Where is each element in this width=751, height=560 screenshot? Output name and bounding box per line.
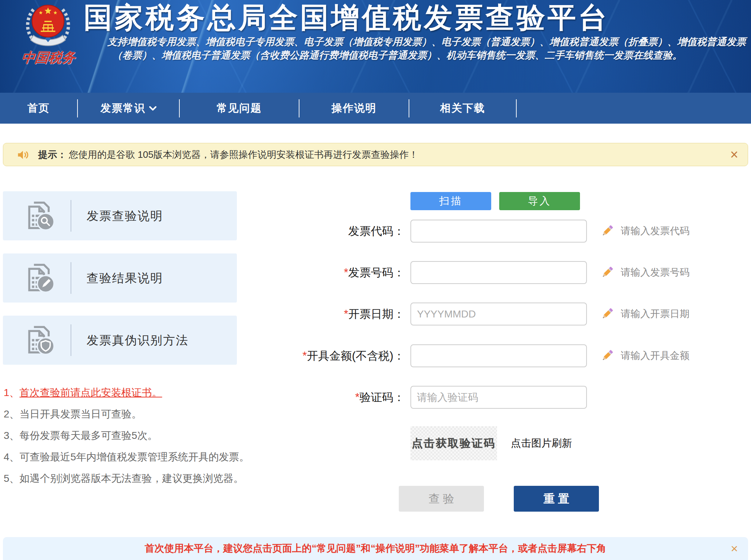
- field-label-text: 开具金额(不含税)：: [307, 349, 405, 362]
- nav-label: 发票常识: [100, 101, 146, 116]
- close-icon[interactable]: ×: [730, 143, 738, 166]
- note-number: 4、: [4, 451, 20, 463]
- note-item: 4、可查验最近5年内增值税发票管理系统开具的发票。: [4, 446, 249, 468]
- form-row-captcha: *验证码：: [0, 386, 751, 409]
- pencil-icon: [600, 307, 614, 321]
- footer-notice-text: 首次使用本平台，建议您点击页面上的“常见问题”和“操作说明”功能菜单了解本平台，…: [145, 543, 607, 554]
- nav-item-downloads[interactable]: 相关下载: [409, 93, 516, 124]
- form-row-invoice-date: *开票日期： 请输入开票日期: [0, 303, 751, 325]
- amount-input[interactable]: [410, 344, 587, 367]
- page-title: 国家税务总局全国增值税发票查验平台: [84, 1, 609, 34]
- nav-label: 首页: [27, 101, 50, 116]
- field-label: *开票日期：: [196, 303, 405, 325]
- form-row-invoice-code: 发票代码： 请输入发票代码: [0, 220, 751, 243]
- nav-separator: [516, 99, 517, 117]
- nav-item-invoice-knowledge[interactable]: 发票常识: [78, 93, 179, 124]
- required-asterisk: *: [344, 266, 348, 279]
- nav-item-home[interactable]: 首页: [0, 93, 77, 124]
- speaker-icon: [16, 148, 29, 161]
- form-row-amount: *开具金额(不含税)： 请输入开具金额: [0, 344, 751, 367]
- required-asterisk: *: [355, 391, 359, 404]
- nav-item-instructions[interactable]: 操作说明: [299, 93, 409, 124]
- field-label: *验证码：: [196, 386, 405, 409]
- pencil-icon: [600, 265, 614, 279]
- field-label-text: 开票日期：: [348, 308, 405, 320]
- field-label-text: 验证码：: [359, 391, 405, 404]
- subtitle-line-2: （卷票）、增值税电子普通发票（含收费公路通行费增值税电子普通发票）、机动车销售统…: [112, 49, 746, 62]
- tax-emblem-logo: [23, 1, 73, 49]
- scan-button[interactable]: 扫描: [410, 192, 491, 210]
- required-asterisk: *: [302, 349, 307, 362]
- logo-caption: 中国税务: [15, 49, 82, 67]
- form-row-invoice-number: *发票号码： 请输入发票号码: [0, 261, 751, 284]
- captcha-image[interactable]: 点击获取验证码: [410, 426, 497, 460]
- alert-body: 您使用的是谷歌 105版本浏览器，请参照操作说明安装根证书再进行发票查验操作！: [69, 149, 418, 160]
- field-hint: 请输入开具金额: [621, 344, 690, 367]
- reset-button[interactable]: 重 置: [514, 486, 599, 512]
- nav-label: 操作说明: [331, 101, 377, 116]
- note-number: 5、: [4, 473, 20, 484]
- note-text: 每份发票每天最多可查验5次。: [20, 430, 158, 441]
- pencil-icon: [600, 224, 614, 238]
- alert-prefix: 提示：: [38, 149, 67, 160]
- page: 中国税务 国家税务总局全国增值税发票查验平台 支持增值税专用发票、增值税电子专用…: [0, 0, 751, 560]
- browser-alert-banner: 提示：您使用的是谷歌 105版本浏览器，请参照操作说明安装根证书再进行发票查验操…: [3, 143, 748, 166]
- field-hint: 请输入开票日期: [621, 303, 690, 325]
- note-text: 如遇个别浏览器版本无法查验，建议更换浏览器。: [20, 473, 244, 484]
- required-asterisk: *: [344, 308, 348, 320]
- close-icon[interactable]: ×: [731, 537, 738, 560]
- field-hint: 请输入发票号码: [621, 261, 690, 284]
- field-hint: 请输入发票代码: [621, 220, 690, 243]
- field-label: *发票号码：: [196, 261, 405, 284]
- invoice-date-input[interactable]: [410, 303, 587, 325]
- note-text: 当日开具发票当日可查验。: [20, 408, 142, 420]
- nav-label: 常见问题: [217, 101, 262, 116]
- pencil-icon: [600, 349, 614, 363]
- field-label-text: 发票代码：: [348, 225, 405, 237]
- captcha-input[interactable]: [410, 386, 587, 409]
- header-banner: 中国税务 国家税务总局全国增值税发票查验平台 支持增值税专用发票、增值税电子专用…: [0, 0, 751, 93]
- field-label: *开具金额(不含税)：: [196, 344, 405, 367]
- subtitle-line-1: 支持增值税专用发票、增值税电子专用发票、电子发票（增值税专用发票）、电子发票（普…: [107, 35, 746, 49]
- nav-label: 相关下载: [440, 101, 485, 116]
- nav-item-faq[interactable]: 常见问题: [180, 93, 299, 124]
- verify-button[interactable]: 查 验: [399, 486, 484, 512]
- note-number: 3、: [4, 430, 20, 441]
- note-number: 2、: [4, 408, 20, 420]
- captcha-refresh-hint: 点击图片刷新: [511, 426, 572, 460]
- chevron-down-icon: [149, 106, 156, 111]
- footer-notice-banner: 首次使用本平台，建议您点击页面上的“常见问题”和“操作说明”功能菜单了解本平台，…: [3, 537, 748, 560]
- alert-message: 提示：您使用的是谷歌 105版本浏览器，请参照操作说明安装根证书再进行发票查验操…: [38, 143, 418, 166]
- site-subtitle: 支持增值税专用发票、增值税电子专用发票、电子发票（增值税专用发票）、电子发票（普…: [107, 35, 746, 62]
- note-item: 5、如遇个别浏览器版本无法查验，建议更换浏览器。: [4, 468, 249, 489]
- field-label: 发票代码：: [196, 220, 405, 243]
- invoice-code-input[interactable]: [410, 220, 587, 243]
- field-label-text: 发票号码：: [348, 266, 405, 279]
- main-nav: 首页 发票常识 常见问题 操作说明 相关下载: [0, 93, 751, 124]
- note-text: 可查验最近5年内增值税发票管理系统开具的发票。: [20, 451, 250, 463]
- import-button[interactable]: 导入: [499, 192, 580, 210]
- note-item: 3、每份发票每天最多可查验5次。: [4, 425, 249, 446]
- invoice-number-input[interactable]: [410, 261, 587, 284]
